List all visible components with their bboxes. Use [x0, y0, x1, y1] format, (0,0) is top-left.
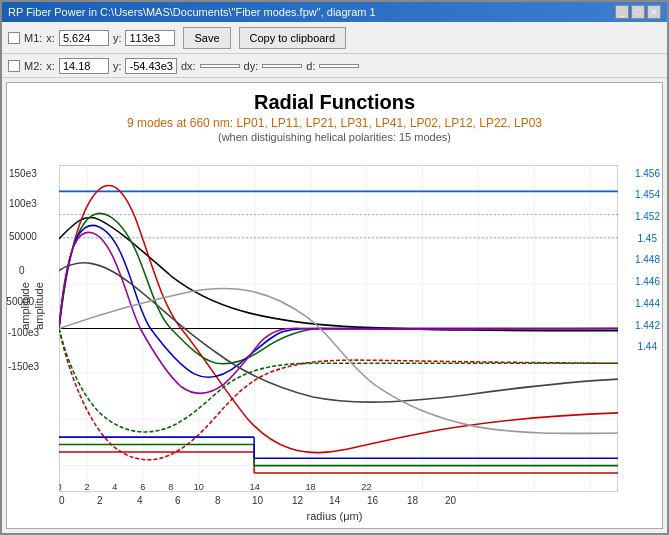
chart-title: Radial Functions	[7, 91, 662, 114]
main-window: RP Fiber Power in C:\Users\MAS\Documents…	[0, 0, 669, 535]
title-bar: RP Fiber Power in C:\Users\MAS\Documents…	[2, 2, 667, 22]
y-axis-left-label: amplitude	[33, 282, 45, 330]
y-right-tick-1454: 1.454	[635, 189, 660, 200]
x-tick-2: 2	[97, 495, 103, 506]
chart-svg: 0 2 4 6 8 10 14 18 22	[59, 165, 618, 492]
x-axis-label: radius (μm)	[307, 510, 363, 522]
m1-y-label: y:	[113, 32, 122, 44]
close-button[interactable]: ✕	[647, 5, 661, 19]
svg-text:22: 22	[361, 482, 371, 492]
x-tick-18: 18	[407, 495, 418, 506]
x-tick-16: 16	[367, 495, 378, 506]
marker2-row: M2: x: 14.18 y: -54.43e3 dx: dy: d:	[8, 58, 359, 74]
y-tick-100k: 100e3	[9, 198, 37, 209]
x-tick-10: 10	[252, 495, 263, 506]
y-right-tick-1442: 1.442	[635, 320, 660, 331]
d-label: d:	[306, 60, 315, 72]
m2-y-label: y:	[113, 60, 122, 72]
svg-text:8: 8	[168, 482, 173, 492]
m2-checkbox[interactable]	[8, 60, 20, 72]
m1-x-value: 5.624	[59, 30, 109, 46]
chart-subtitle: 9 modes at 660 nm: LP01, LP11, LP21, LP3…	[7, 116, 662, 130]
y-tick-50k: 50000	[9, 231, 37, 242]
m2-x-value: 14.18	[59, 58, 109, 74]
y-right-tick-1452: 1.452	[635, 211, 660, 222]
x-tick-8: 8	[215, 495, 221, 506]
d-value	[319, 64, 359, 68]
dx-value	[200, 64, 240, 68]
m2-y-value: -54.43e3	[125, 58, 176, 74]
y-tick-0: 0	[19, 265, 25, 276]
y-tick-150k: 150e3	[9, 168, 37, 179]
m1-checkbox[interactable]	[8, 32, 20, 44]
copy-clipboard-button[interactable]: Copy to clipboard	[239, 27, 347, 49]
svg-text:0: 0	[59, 482, 62, 492]
y-right-tick-1456: 1.456	[635, 168, 660, 179]
y-right-tick-1444: 1.444	[635, 298, 660, 309]
m2-label: M2:	[24, 60, 42, 72]
y-axis-label: amplitude	[19, 282, 31, 330]
chart-subtitle2: (when distiguishing helical polarities: …	[7, 131, 662, 143]
m2-x-label: x:	[46, 60, 55, 72]
y-right-tick-1446: 1.446	[635, 276, 660, 287]
x-tick-20: 20	[445, 495, 456, 506]
svg-text:2: 2	[84, 482, 89, 492]
y-tick-neg150k: -150e3	[8, 361, 39, 372]
save-button[interactable]: Save	[183, 27, 230, 49]
dy-label: dy:	[244, 60, 259, 72]
maximize-button[interactable]: □	[631, 5, 645, 19]
y-right-tick-144: 1.44	[638, 341, 657, 352]
svg-text:6: 6	[140, 482, 145, 492]
svg-text:14: 14	[250, 482, 260, 492]
x-tick-4: 4	[137, 495, 143, 506]
x-tick-6: 6	[175, 495, 181, 506]
subtitle-text: 9 modes at 660 nm: LP01, LP11, LP21, LP3…	[127, 116, 542, 130]
minimize-button[interactable]: _	[615, 5, 629, 19]
window-controls: _ □ ✕	[615, 5, 661, 19]
window-title: RP Fiber Power in C:\Users\MAS\Documents…	[8, 6, 376, 18]
dx-label: dx:	[181, 60, 196, 72]
m1-x-label: x:	[46, 32, 55, 44]
x-tick-14: 14	[329, 495, 340, 506]
toolbar: M1: x: 5.624 y: 113e3 Save Copy to clipb…	[2, 22, 667, 54]
svg-text:18: 18	[305, 482, 315, 492]
x-tick-12: 12	[292, 495, 303, 506]
x-tick-0: 0	[59, 495, 65, 506]
dy-value	[262, 64, 302, 68]
m1-label: M1:	[24, 32, 42, 44]
marker1-row: M1: x: 5.624 y: 113e3	[8, 30, 175, 46]
svg-text:4: 4	[112, 482, 117, 492]
m1-y-value: 113e3	[125, 30, 175, 46]
toolbar-row2: M2: x: 14.18 y: -54.43e3 dx: dy: d:	[2, 54, 667, 78]
y-right-tick-1448: 1.448	[635, 254, 660, 265]
chart-container[interactable]: Radial Functions 9 modes at 660 nm: LP01…	[6, 82, 663, 529]
y-right-tick-145: 1.45	[638, 233, 657, 244]
svg-text:10: 10	[194, 482, 204, 492]
